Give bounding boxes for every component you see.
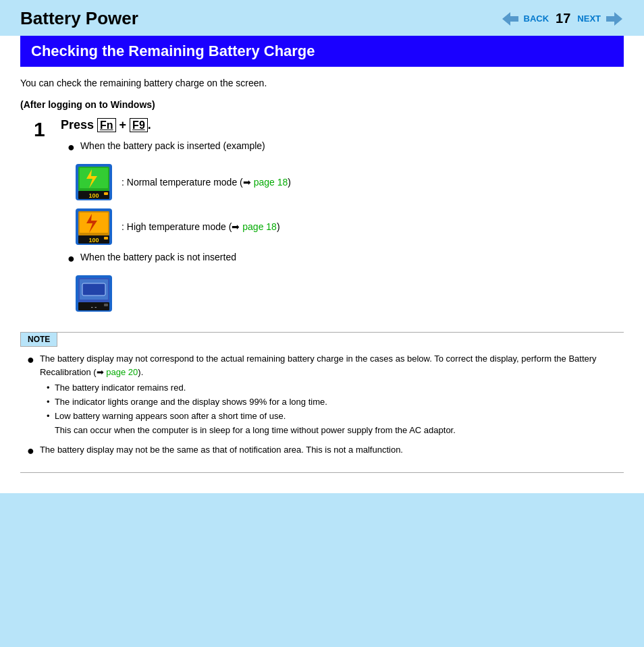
- no-battery-icon: - -: [74, 274, 113, 313]
- no-battery-container: - -: [74, 274, 624, 313]
- page-title: Battery Power: [20, 8, 138, 29]
- back-arrow-icon[interactable]: [501, 9, 520, 28]
- f9-key: F9: [130, 118, 148, 132]
- bullet-text-1: When the battery pack is inserted (examp…: [80, 140, 624, 151]
- svg-rect-8: [104, 192, 108, 195]
- page-header: Battery Power BACK 17 NEXT: [0, 0, 644, 36]
- bullet-text-2: When the battery pack is not inserted: [80, 252, 624, 262]
- svg-marker-1: [606, 12, 622, 26]
- section-title: Checking the Remaining Battery Charge: [20, 36, 624, 67]
- note-content: ● The battery display may not correspond…: [20, 352, 624, 472]
- sub-bullet-item-3: Low battery warning appears soon after a…: [47, 410, 617, 424]
- normal-battery-icon: 100: [74, 163, 113, 202]
- note-section: NOTE ● The battery display may not corre…: [20, 332, 624, 472]
- bullet-battery-inserted: ● When the battery pack is inserted (exa…: [68, 140, 624, 156]
- sub-bullet-list: The battery indicator remains red. The i…: [40, 381, 617, 423]
- step-instruction: Press Fn + F9.: [61, 118, 624, 132]
- intro-text: You can check the remaining battery char…: [20, 78, 624, 88]
- step-content: Press Fn + F9. ● When the battery pack i…: [61, 118, 624, 318]
- note-bullet-1: ● The battery display may not correspond…: [27, 352, 617, 437]
- step-1: 1 Press Fn + F9. ● When the battery pack…: [34, 118, 624, 318]
- normal-mode-link[interactable]: page 18: [254, 177, 288, 188]
- normal-temp-container: 100 : Normal temperature mode (➡ page 18…: [74, 163, 624, 202]
- svg-text:- -: - -: [91, 304, 97, 310]
- svg-rect-19: [82, 283, 105, 296]
- note-bullet-2: ● The battery display may not be the sam…: [27, 443, 617, 460]
- bullet-battery-not-inserted: ● When the battery pack is not inserted: [68, 252, 624, 267]
- svg-text:100: 100: [88, 237, 99, 244]
- back-label[interactable]: BACK: [524, 13, 549, 24]
- note-text-2: The battery display may not be the same …: [40, 443, 617, 457]
- high-battery-icon: 100: [74, 207, 113, 246]
- step-number: 1: [34, 118, 61, 140]
- main-content: Checking the Remaining Battery Charge Yo…: [0, 36, 644, 493]
- after-login-note: (After logging on to Windows): [20, 99, 624, 110]
- nav-controls: BACK 17 NEXT: [501, 9, 624, 28]
- note-dot-2: ●: [27, 442, 34, 460]
- bullet-dot-2: ●: [68, 250, 75, 267]
- sub-bullet-item-2: The indicator lights orange and the disp…: [47, 395, 617, 410]
- note-dot-1: ●: [27, 351, 34, 369]
- page-20-link[interactable]: page 20: [106, 367, 138, 377]
- svg-rect-15: [104, 237, 108, 240]
- high-mode-link[interactable]: page 18: [242, 221, 277, 232]
- sub-indent-text: This can occur when the computer is in s…: [40, 424, 617, 438]
- sub-bullet-item-1: The battery indicator remains red.: [47, 381, 617, 395]
- svg-text:100: 100: [88, 192, 99, 199]
- page-number: 17: [556, 11, 570, 26]
- normal-mode-text: : Normal temperature mode (➡ page 18): [122, 177, 291, 188]
- note-text-1: The battery display may not correspond t…: [40, 352, 617, 437]
- svg-marker-0: [502, 12, 518, 26]
- next-arrow-icon[interactable]: [605, 9, 624, 28]
- high-temp-container: 100 : High temperature mode (➡ page 18): [74, 207, 624, 246]
- svg-rect-22: [104, 304, 108, 306]
- high-mode-text: : High temperature mode (➡ page 18): [122, 221, 280, 232]
- bullet-dot-1: ●: [68, 139, 75, 156]
- next-label[interactable]: NEXT: [577, 13, 601, 24]
- fn-key: Fn: [97, 118, 116, 132]
- note-header: NOTE: [20, 333, 57, 347]
